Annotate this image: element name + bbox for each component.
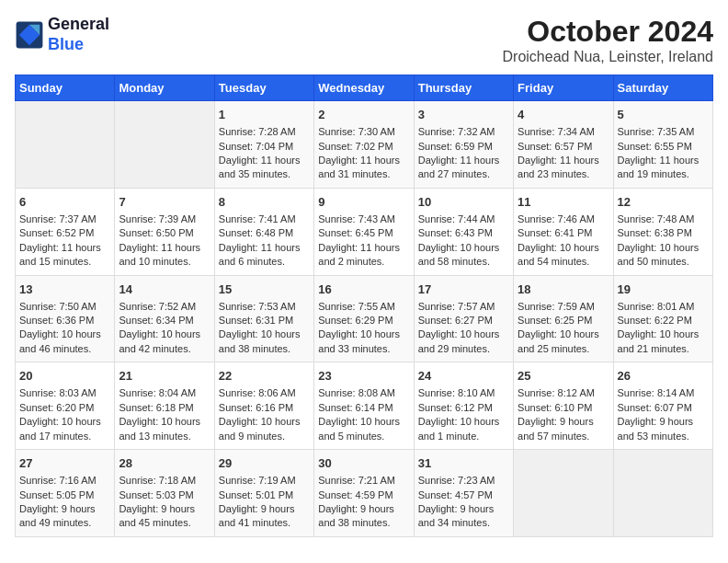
- calendar-cell: 14Sunrise: 7:52 AMSunset: 6:34 PMDayligh…: [115, 275, 214, 362]
- header-day-sunday: Sunday: [16, 75, 115, 101]
- day-detail: Sunrise: 8:01 AMSunset: 6:22 PMDaylight:…: [618, 300, 709, 357]
- logo-icon: [15, 20, 44, 50]
- header-day-tuesday: Tuesday: [214, 75, 313, 101]
- day-detail: Sunrise: 7:59 AMSunset: 6:25 PMDaylight:…: [518, 300, 609, 357]
- calendar-cell: 18Sunrise: 7:59 AMSunset: 6:25 PMDayligh…: [514, 275, 613, 362]
- day-number: 1: [219, 107, 310, 123]
- day-number: 15: [219, 282, 310, 298]
- calendar-cell: 17Sunrise: 7:57 AMSunset: 6:27 PMDayligh…: [414, 275, 513, 362]
- day-detail: Sunrise: 7:55 AMSunset: 6:29 PMDaylight:…: [318, 300, 409, 357]
- calendar-cell: 30Sunrise: 7:21 AMSunset: 4:59 PMDayligh…: [314, 450, 414, 537]
- logo-text: General Blue: [48, 15, 109, 54]
- day-number: 12: [618, 194, 709, 211]
- day-detail: Sunrise: 8:04 AMSunset: 6:18 PMDaylight:…: [119, 386, 210, 443]
- day-detail: Sunrise: 7:18 AMSunset: 5:03 PMDaylight:…: [119, 474, 210, 531]
- week-row-3: 13Sunrise: 7:50 AMSunset: 6:36 PMDayligh…: [16, 275, 713, 362]
- calendar-title: October 2024: [503, 15, 713, 49]
- calendar-cell: 9Sunrise: 7:43 AMSunset: 6:45 PMDaylight…: [314, 188, 414, 275]
- calendar-cell: 16Sunrise: 7:55 AMSunset: 6:29 PMDayligh…: [314, 275, 414, 362]
- calendar-cell: 22Sunrise: 8:06 AMSunset: 6:16 PMDayligh…: [214, 362, 313, 450]
- day-number: 3: [418, 107, 509, 123]
- day-detail: Sunrise: 7:23 AMSunset: 4:57 PMDaylight:…: [418, 474, 509, 531]
- day-detail: Sunrise: 8:14 AMSunset: 6:07 PMDaylight:…: [618, 386, 709, 443]
- day-number: 26: [618, 368, 709, 385]
- day-detail: Sunrise: 7:34 AMSunset: 6:57 PMDaylight:…: [518, 125, 609, 182]
- day-detail: Sunrise: 7:46 AMSunset: 6:41 PMDaylight:…: [518, 213, 609, 270]
- header-row: SundayMondayTuesdayWednesdayThursdayFrid…: [16, 75, 713, 101]
- day-detail: Sunrise: 7:32 AMSunset: 6:59 PMDaylight:…: [418, 125, 509, 182]
- week-row-2: 6Sunrise: 7:37 AMSunset: 6:52 PMDaylight…: [16, 188, 713, 275]
- day-number: 17: [418, 282, 509, 298]
- day-number: 24: [418, 368, 509, 385]
- logo: General Blue: [15, 15, 109, 54]
- day-number: 20: [19, 368, 110, 385]
- day-number: 18: [518, 282, 609, 298]
- day-detail: Sunrise: 7:37 AMSunset: 6:52 PMDaylight:…: [19, 213, 110, 270]
- header-day-thursday: Thursday: [414, 75, 513, 101]
- day-number: 4: [518, 107, 609, 123]
- day-detail: Sunrise: 7:57 AMSunset: 6:27 PMDaylight:…: [418, 300, 509, 357]
- day-detail: Sunrise: 8:10 AMSunset: 6:12 PMDaylight:…: [418, 386, 509, 443]
- day-number: 13: [19, 282, 110, 298]
- calendar-cell: 26Sunrise: 8:14 AMSunset: 6:07 PMDayligh…: [613, 362, 712, 450]
- day-detail: Sunrise: 7:43 AMSunset: 6:45 PMDaylight:…: [318, 213, 409, 270]
- week-row-1: 1Sunrise: 7:28 AMSunset: 7:04 PMDaylight…: [16, 101, 713, 189]
- day-number: 7: [119, 194, 210, 211]
- calendar-cell: 7Sunrise: 7:39 AMSunset: 6:50 PMDaylight…: [115, 188, 214, 275]
- day-detail: Sunrise: 7:16 AMSunset: 5:05 PMDaylight:…: [19, 474, 110, 531]
- day-detail: Sunrise: 7:21 AMSunset: 4:59 PMDaylight:…: [318, 474, 409, 531]
- day-number: 23: [318, 368, 409, 385]
- calendar-cell: 25Sunrise: 8:12 AMSunset: 6:10 PMDayligh…: [514, 362, 613, 450]
- day-number: 11: [518, 194, 609, 211]
- day-number: 14: [119, 282, 210, 298]
- calendar-cell: 11Sunrise: 7:46 AMSunset: 6:41 PMDayligh…: [514, 188, 613, 275]
- header-day-monday: Monday: [115, 75, 214, 101]
- calendar-cell: 24Sunrise: 8:10 AMSunset: 6:12 PMDayligh…: [414, 362, 513, 450]
- calendar-cell: [613, 450, 712, 537]
- day-detail: Sunrise: 7:44 AMSunset: 6:43 PMDaylight:…: [418, 213, 509, 270]
- calendar-cell: [16, 101, 115, 189]
- header-day-friday: Friday: [514, 75, 613, 101]
- day-number: 29: [219, 455, 310, 472]
- day-detail: Sunrise: 7:35 AMSunset: 6:55 PMDaylight:…: [618, 125, 709, 182]
- day-detail: Sunrise: 7:48 AMSunset: 6:38 PMDaylight:…: [618, 213, 709, 270]
- calendar-cell: 23Sunrise: 8:08 AMSunset: 6:14 PMDayligh…: [314, 362, 414, 450]
- day-number: 28: [119, 455, 210, 472]
- day-number: 25: [518, 368, 609, 385]
- calendar-cell: 5Sunrise: 7:35 AMSunset: 6:55 PMDaylight…: [613, 101, 712, 189]
- day-number: 9: [318, 194, 409, 211]
- week-row-4: 20Sunrise: 8:03 AMSunset: 6:20 PMDayligh…: [16, 362, 713, 450]
- calendar-cell: 10Sunrise: 7:44 AMSunset: 6:43 PMDayligh…: [414, 188, 513, 275]
- calendar-cell: 12Sunrise: 7:48 AMSunset: 6:38 PMDayligh…: [613, 188, 712, 275]
- calendar-cell: 3Sunrise: 7:32 AMSunset: 6:59 PMDaylight…: [414, 101, 513, 189]
- day-number: 10: [418, 194, 509, 211]
- day-detail: Sunrise: 8:12 AMSunset: 6:10 PMDaylight:…: [518, 386, 609, 443]
- calendar-cell: 1Sunrise: 7:28 AMSunset: 7:04 PMDaylight…: [214, 101, 313, 189]
- calendar-cell: 31Sunrise: 7:23 AMSunset: 4:57 PMDayligh…: [414, 450, 513, 537]
- day-detail: Sunrise: 7:50 AMSunset: 6:36 PMDaylight:…: [19, 300, 110, 357]
- calendar-cell: 2Sunrise: 7:30 AMSunset: 7:02 PMDaylight…: [314, 101, 414, 189]
- day-detail: Sunrise: 7:28 AMSunset: 7:04 PMDaylight:…: [219, 125, 310, 182]
- calendar-cell: 21Sunrise: 8:04 AMSunset: 6:18 PMDayligh…: [115, 362, 214, 450]
- calendar-cell: [115, 101, 214, 189]
- day-number: 22: [219, 368, 310, 385]
- calendar-cell: [514, 450, 613, 537]
- calendar-header: SundayMondayTuesdayWednesdayThursdayFrid…: [16, 75, 713, 101]
- day-detail: Sunrise: 8:08 AMSunset: 6:14 PMDaylight:…: [318, 386, 409, 443]
- calendar-body: 1Sunrise: 7:28 AMSunset: 7:04 PMDaylight…: [16, 101, 713, 537]
- calendar-cell: 27Sunrise: 7:16 AMSunset: 5:05 PMDayligh…: [16, 450, 115, 537]
- day-detail: Sunrise: 7:52 AMSunset: 6:34 PMDaylight:…: [119, 300, 210, 357]
- calendar-subtitle: Droichead Nua, Leinster, Ireland: [503, 49, 713, 65]
- header-day-wednesday: Wednesday: [314, 75, 414, 101]
- day-number: 16: [318, 282, 409, 298]
- week-row-5: 27Sunrise: 7:16 AMSunset: 5:05 PMDayligh…: [16, 450, 713, 537]
- calendar-cell: 6Sunrise: 7:37 AMSunset: 6:52 PMDaylight…: [16, 188, 115, 275]
- calendar-cell: 8Sunrise: 7:41 AMSunset: 6:48 PMDaylight…: [214, 188, 313, 275]
- calendar-cell: 15Sunrise: 7:53 AMSunset: 6:31 PMDayligh…: [214, 275, 313, 362]
- day-detail: Sunrise: 7:41 AMSunset: 6:48 PMDaylight:…: [219, 213, 310, 270]
- day-number: 2: [318, 107, 409, 123]
- day-detail: Sunrise: 8:06 AMSunset: 6:16 PMDaylight:…: [219, 386, 310, 443]
- title-block: October 2024 Droichead Nua, Leinster, Ir…: [503, 15, 713, 65]
- logo-general: General: [48, 15, 109, 33]
- day-number: 19: [618, 282, 709, 298]
